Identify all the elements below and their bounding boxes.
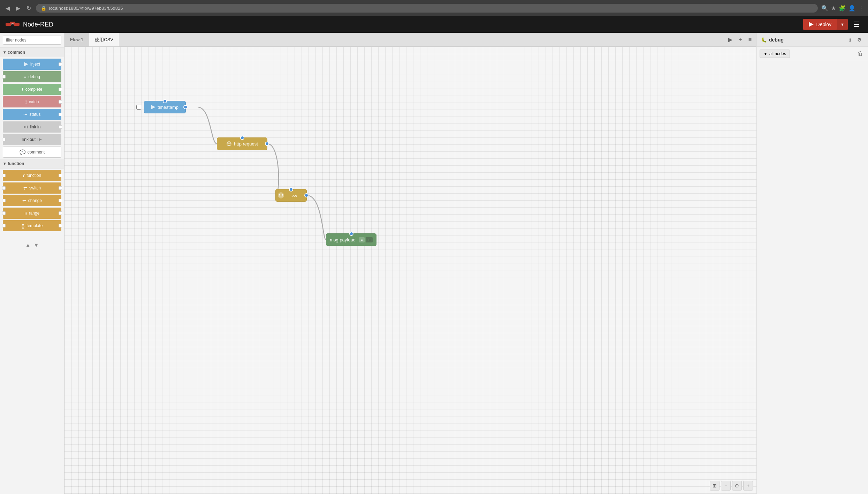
node-body-change: ⇌ change [3, 195, 61, 206]
debug-active-button[interactable]: □ [366, 237, 373, 242]
svg-marker-5 [809, 22, 814, 27]
sidebar-item-link-in[interactable]: link in [3, 121, 61, 133]
tab-csv[interactable]: 使用CSV [89, 33, 119, 46]
sidebar: ▾ common inject ≡ debug ! complete [0, 33, 64, 494]
sidebar-category-function[interactable]: ▾ function [0, 159, 64, 169]
zoom-in-button[interactable]: + [743, 481, 753, 491]
node-body-debug: ≡ debug [3, 71, 61, 82]
link-out-icon [38, 137, 42, 142]
csv-port-top[interactable] [289, 187, 293, 192]
http-port-top[interactable] [240, 136, 244, 140]
sidebar-page-down[interactable]: ▼ [33, 242, 39, 248]
back-button[interactable]: ◀ [4, 3, 11, 13]
timestamp-inject-icon [151, 105, 155, 109]
browser-actions: 🔍 ★ 🧩 👤 ⋮ [821, 5, 864, 12]
tab-menu-button[interactable]: ≡ [746, 35, 754, 44]
msg-payload-node-body: msg.payload ≡ □ [326, 233, 376, 246]
right-panel: 🐛 debug ℹ ⚙ ▼ all nodes 🗑 [756, 33, 868, 494]
canvas-node-timestamp[interactable]: timestamp [144, 101, 186, 113]
svg-marker-11 [151, 105, 155, 109]
category-label: common [8, 50, 25, 55]
function-port-left [2, 174, 6, 177]
msg-payload-label: msg.payload [330, 237, 356, 242]
reload-button[interactable]: ↻ [25, 3, 32, 13]
svg-marker-9 [39, 138, 42, 141]
sidebar-category-common[interactable]: ▾ common [0, 48, 64, 57]
flow-canvas[interactable]: timestamp http request [64, 47, 756, 494]
range-port-right [59, 211, 62, 215]
add-tab-button[interactable]: + [737, 35, 744, 44]
center-area: Flow 1 使用CSV ▶ + ≡ [64, 33, 756, 494]
lock-icon: 🔒 [41, 6, 46, 11]
canvas-node-http-request[interactable]: http request [217, 137, 267, 150]
switch-port-left [2, 186, 6, 190]
sidebar-item-function[interactable]: f function [3, 170, 61, 181]
sidebar-item-template[interactable]: {} template [3, 220, 61, 231]
more-icon[interactable]: ⋮ [858, 5, 864, 12]
template-port-right [59, 224, 62, 227]
template-port-left [2, 224, 6, 227]
zoom-out-button[interactable]: − [721, 481, 731, 491]
sidebar-item-catch[interactable]: ! catch [3, 96, 61, 107]
forward-button[interactable]: ▶ [15, 3, 22, 13]
deploy-button[interactable]: Deploy [803, 19, 837, 30]
change-port-right [59, 199, 62, 202]
sidebar-page-up[interactable]: ▲ [25, 242, 31, 248]
all-nodes-filter-button[interactable]: ▼ all nodes [760, 50, 790, 58]
run-tab-button[interactable]: ▶ [726, 35, 734, 44]
sidebar-item-debug[interactable]: ≡ debug [3, 71, 61, 82]
http-request-node-body: http request [217, 137, 267, 150]
http-port-right[interactable] [265, 142, 269, 146]
clear-debug-button[interactable]: 🗑 [855, 50, 865, 58]
chevron-down-icon: ▾ [3, 50, 6, 55]
canvas-node-msg-payload[interactable]: msg.payload ≡ □ [326, 233, 376, 246]
link-in-port-right [59, 125, 62, 129]
hamburger-menu-button[interactable]: ☰ [851, 17, 862, 31]
sidebar-item-status[interactable]: 〜 status [3, 109, 61, 120]
csv-node-body: 1.2 csv [275, 189, 307, 202]
extensions-icon[interactable]: 🧩 [839, 5, 846, 12]
msg-port-top[interactable] [349, 232, 353, 236]
canvas-node-csv[interactable]: 1.2 csv [275, 189, 307, 202]
node-body-range: ii range [3, 208, 61, 219]
timestamp-checkbox[interactable] [136, 105, 141, 110]
svg-rect-2 [14, 23, 20, 26]
right-panel-title: 🐛 debug [761, 37, 784, 43]
zoom-reset-button[interactable]: ⊙ [732, 481, 742, 491]
sidebar-item-range[interactable]: ii range [3, 208, 61, 219]
sidebar-item-link-out[interactable]: link out [3, 134, 61, 145]
filter-nodes-input[interactable] [3, 36, 61, 45]
panel-settings-button[interactable]: ⚙ [855, 36, 864, 44]
app-name: Node-RED [23, 21, 53, 28]
timestamp-node-body: timestamp [144, 101, 186, 113]
deploy-group: Deploy ▼ [803, 19, 848, 30]
bookmark-icon[interactable]: ★ [831, 5, 836, 12]
node-body-status: 〜 status [3, 109, 61, 120]
panel-info-button[interactable]: ℹ [847, 36, 853, 44]
sidebar-pagination: ▲ ▼ [0, 240, 64, 250]
profile-icon[interactable]: 👤 [848, 5, 855, 12]
node-body-function: f function [3, 170, 61, 181]
csv-port-right[interactable] [304, 193, 309, 197]
csv-badge: 1.2 [278, 192, 284, 199]
node-body-linkin: link in [3, 121, 61, 133]
sidebar-item-complete[interactable]: ! complete [3, 84, 61, 95]
main-layout: ▾ common inject ≡ debug ! complete [0, 33, 868, 494]
deploy-dropdown-button[interactable]: ▼ [837, 19, 848, 30]
debug-expand-button[interactable]: ≡ [359, 237, 365, 242]
http-request-label: http request [234, 141, 258, 147]
sidebar-item-inject[interactable]: inject [3, 59, 61, 70]
sidebar-item-switch[interactable]: ⇄ switch [3, 182, 61, 194]
address-bar[interactable]: 🔒 localhost:1880/#flow/97eb33ff.5d825 [36, 4, 818, 13]
search-icon[interactable]: 🔍 [821, 5, 828, 12]
tab-actions: ▶ + ≡ [726, 35, 756, 44]
sidebar-item-comment[interactable]: 💬 comment [3, 147, 61, 158]
timestamp-port-top[interactable] [163, 99, 167, 103]
sidebar-item-change[interactable]: ⇌ change [3, 195, 61, 206]
node-body-switch: ⇄ switch [3, 182, 61, 194]
timestamp-port-right[interactable] [183, 105, 188, 109]
tab-flow1[interactable]: Flow 1 [64, 33, 89, 46]
debug-filter-bar: ▼ all nodes 🗑 [757, 47, 868, 61]
fit-view-button[interactable]: ⊞ [710, 481, 719, 491]
node-body-comment: 💬 comment [3, 147, 61, 158]
